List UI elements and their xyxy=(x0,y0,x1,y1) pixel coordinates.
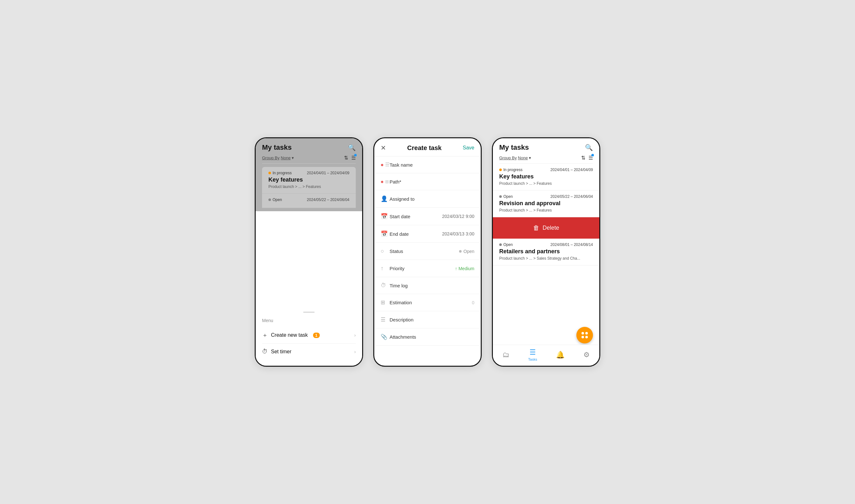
nav-item-settings[interactable]: ⚙ xyxy=(583,351,590,359)
save-button[interactable]: Save xyxy=(463,145,474,151)
filter-dot xyxy=(354,154,357,157)
phone3-task-card-3[interactable]: Open 2024/08/01 – 2024/08/14 Retailers a… xyxy=(493,239,599,265)
end-date-label: End date xyxy=(389,231,442,237)
phone3-group-bar: Group By None ▾ ⇅ ☰ xyxy=(499,155,593,164)
phone3: My tasks 🔍 Group By None ▾ ⇅ ☰ In progre… xyxy=(492,137,600,367)
phone3-date-1: 2024/04/01 – 2024/04/09 xyxy=(551,167,593,172)
status-dot xyxy=(268,172,271,174)
nav-item-notifications[interactable]: 🔔 xyxy=(556,351,564,359)
phone3-task-2-area: Open 2024/05/22 – 2024/06/04 Revision an… xyxy=(493,191,599,239)
phone3-date-2: 2024/05/22 – 2024/06/04 xyxy=(551,194,593,199)
phone3-status-3: Open xyxy=(499,242,512,247)
start-date-row[interactable]: 📅 Start date 2024/03/12 9:00 xyxy=(376,208,479,225)
phone1: My tasks 🔍 Group By None ▾ ⇅ ☰ In progre… xyxy=(255,137,363,367)
assigned-to-label: Assigned to xyxy=(389,196,474,202)
attachments-icon: 📎 xyxy=(381,334,389,340)
fab-dots xyxy=(581,332,588,338)
fab-button[interactable] xyxy=(576,327,593,343)
phone3-task-name-3: Retailers and partners xyxy=(499,248,593,255)
task-name-label: Task name xyxy=(389,162,474,167)
create-task-title: Create task xyxy=(407,144,441,152)
status-badge-1: In progress xyxy=(268,171,292,175)
path-icon: ✱ ⊞ xyxy=(381,178,389,185)
task-date-2: 2024/05/22 – 2024/06/04 xyxy=(307,198,349,202)
task-path-1: Product launch > ... > Features xyxy=(268,184,349,189)
menu-label: Menu xyxy=(262,318,356,323)
group-by-label: Group By None ▾ xyxy=(262,156,294,160)
time-log-label: Time log xyxy=(389,283,474,288)
nav-item-tasks[interactable]: ☰ Tasks xyxy=(528,348,537,361)
phone3-title: My tasks xyxy=(499,143,529,152)
set-timer-item[interactable]: ⏱ Set timer › xyxy=(262,344,356,359)
phone3-task-card-1[interactable]: In progress 2024/04/01 – 2024/04/09 Key … xyxy=(493,164,599,191)
end-date-row[interactable]: 📅 End date 2024/03/13 3:00 xyxy=(376,225,479,243)
create-header: ✕ Create task Save xyxy=(374,138,481,157)
phone3-sort-icon[interactable]: ⇅ xyxy=(581,155,585,161)
status-row[interactable]: ○ Status Open xyxy=(376,243,479,260)
phone3-date-3: 2024/08/01 – 2024/08/14 xyxy=(551,242,593,247)
form-list: ✱ ☰ Task name ✱ ⊞ Path* 👤 Assigned to 📅 … xyxy=(374,157,481,346)
time-log-row[interactable]: ⏱ Time log xyxy=(376,277,479,294)
end-date-value: 2024/03/13 3:00 xyxy=(442,231,474,236)
phone3-task-path-3: Product launch > ... > Sales Strategy an… xyxy=(499,256,593,260)
bottom-sheet: Menu ＋ Create new task 1 › ⏱ Set timer › xyxy=(256,305,362,366)
status-dot-2 xyxy=(268,198,271,201)
estimation-label: Estimation xyxy=(389,300,472,305)
phone3-search-button[interactable]: 🔍 xyxy=(585,144,593,151)
folder-icon: 🗂 xyxy=(502,351,509,359)
status-icon: ○ xyxy=(381,248,389,255)
group-bar: Group By None ▾ ⇅ ☰ xyxy=(262,155,356,164)
task-date-1: 2024/04/01 – 2024/04/09 xyxy=(307,171,349,175)
start-date-label: Start date xyxy=(389,214,442,219)
phone3-task-card-2[interactable]: Open 2024/05/22 – 2024/06/04 Revision an… xyxy=(493,191,599,217)
path-row[interactable]: ✱ ⊞ Path* xyxy=(376,173,479,190)
sheet-handle xyxy=(303,311,315,313)
phone3-task-name-2: Revision and approval xyxy=(499,200,593,207)
open-dot xyxy=(459,250,461,253)
create-task-label: Create new task xyxy=(271,332,308,338)
phone3-status-2: Open xyxy=(499,194,512,199)
end-date-icon: 📅 xyxy=(381,230,389,237)
phone3-status-1: In progress xyxy=(499,167,523,172)
settings-icon: ⚙ xyxy=(583,351,590,359)
task-card-2[interactable]: Open 2024/05/22 – 2024/06/04 xyxy=(262,194,356,208)
tasks-nav-label: Tasks xyxy=(528,357,537,361)
bottom-nav: 🗂 ☰ Tasks 🔔 ⚙ xyxy=(493,345,599,366)
phone3-task-path-1: Product launch > ... > Features xyxy=(499,181,593,186)
assigned-icon: 👤 xyxy=(381,195,389,202)
phone3-task-path-2: Product launch > ... > Features xyxy=(499,208,593,213)
up-arrow-icon: ↑ xyxy=(455,266,457,271)
task-name-row[interactable]: ✱ ☰ Task name xyxy=(376,157,479,173)
delete-banner[interactable]: 🗑 Delete xyxy=(493,217,599,239)
filter-icon[interactable]: ☰ xyxy=(351,155,356,161)
estimation-row[interactable]: ⊞ Estimation 0 xyxy=(376,294,479,311)
chevron-right-icon-2: › xyxy=(354,349,356,354)
status-value: Open xyxy=(459,249,474,254)
priority-icon: ↑ xyxy=(381,265,389,272)
create-new-task-item[interactable]: ＋ Create new task 1 › xyxy=(262,327,356,344)
badge: 1 xyxy=(313,332,320,338)
task-card-1[interactable]: In progress 2024/04/01 – 2024/04/09 Key … xyxy=(262,167,356,194)
assigned-to-row[interactable]: 👤 Assigned to xyxy=(376,190,479,208)
status-label: Status xyxy=(389,249,459,254)
close-button[interactable]: ✕ xyxy=(381,144,386,152)
delete-label: Delete xyxy=(543,224,559,231)
phone3-header-area: My tasks 🔍 Group By None ▾ ⇅ ☰ xyxy=(493,138,599,164)
description-icon: ☰ xyxy=(381,316,389,323)
estimation-value: 0 xyxy=(472,300,474,305)
description-label: Description xyxy=(389,317,474,322)
attachments-row[interactable]: 📎 Attachments xyxy=(376,328,479,346)
description-row[interactable]: ☰ Description xyxy=(376,311,479,328)
page-title: My tasks xyxy=(262,143,292,152)
search-button[interactable]: 🔍 xyxy=(348,144,356,151)
task-name-1: Key features xyxy=(268,177,349,183)
set-timer-label: Set timer xyxy=(271,349,291,355)
plus-icon: ＋ xyxy=(262,331,268,339)
nav-item-files[interactable]: 🗂 xyxy=(502,351,509,359)
sort-icon[interactable]: ⇅ xyxy=(344,155,348,161)
priority-row[interactable]: ↑ Priority ↑ Medium xyxy=(376,260,479,277)
bell-icon: 🔔 xyxy=(556,351,564,359)
trash-icon: 🗑 xyxy=(533,224,539,232)
phone3-filter-icon[interactable]: ☰ xyxy=(589,155,593,161)
status-badge-2: Open xyxy=(268,198,282,202)
